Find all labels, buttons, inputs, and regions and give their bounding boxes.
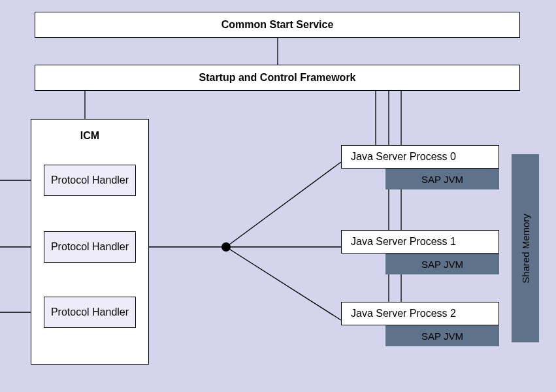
protocol-handler-3-label: Protocol Handler — [51, 306, 129, 318]
jsp0-label: Java Server Process 0 — [351, 151, 456, 163]
jvm2-label: SAP JVM — [421, 331, 463, 342]
jsp0-box: Java Server Process 0 — [341, 145, 499, 169]
shared-memory-bar: Shared Memory — [512, 154, 539, 342]
startup-label: Startup and Control Framework — [199, 72, 355, 84]
jsp2-label: Java Server Process 2 — [351, 308, 456, 319]
icm-label: ICM — [80, 130, 99, 142]
svg-line-8 — [226, 247, 341, 320]
startup-framework-box: Startup and Control Framework — [35, 65, 520, 91]
jvm2-box: SAP JVM — [385, 325, 499, 346]
svg-line-6 — [226, 162, 341, 247]
jvm0-box: SAP JVM — [385, 169, 499, 189]
protocol-handler-1-label: Protocol Handler — [51, 174, 129, 186]
jsp1-box: Java Server Process 1 — [341, 230, 499, 253]
jvm1-label: SAP JVM — [421, 259, 463, 270]
jvm0-label: SAP JVM — [421, 174, 463, 185]
protocol-handler-2: Protocol Handler — [44, 231, 136, 263]
protocol-handler-2-label: Protocol Handler — [51, 241, 129, 253]
jsp2-box: Java Server Process 2 — [341, 302, 499, 325]
jsp1-label: Java Server Process 1 — [351, 236, 456, 248]
protocol-handler-3: Protocol Handler — [44, 297, 136, 328]
jvm1-box: SAP JVM — [385, 253, 499, 274]
common-start-service-box: Common Start Service — [35, 12, 520, 38]
common-start-label: Common Start Service — [221, 19, 334, 31]
protocol-handler-1: Protocol Handler — [44, 165, 136, 196]
shared-memory-label: Shared Memory — [520, 214, 531, 284]
svg-point-16 — [221, 242, 231, 252]
